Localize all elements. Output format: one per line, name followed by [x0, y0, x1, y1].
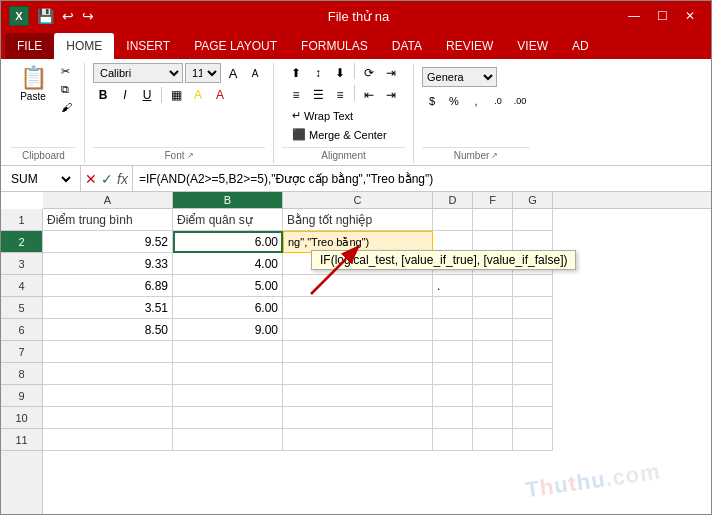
font-color-button[interactable]: A [210, 85, 230, 105]
col-header-c[interactable]: C [283, 192, 433, 208]
row-header-11[interactable]: 11 [1, 429, 42, 451]
tab-view[interactable]: VIEW [505, 33, 560, 59]
font-grow-button[interactable]: A [223, 63, 243, 83]
align-center-button[interactable]: ☰ [308, 85, 328, 105]
row-header-9[interactable]: 9 [1, 385, 42, 407]
align-right-button[interactable]: ≡ [330, 85, 350, 105]
cell-a10[interactable] [43, 407, 173, 429]
col-header-g[interactable]: G [513, 192, 553, 208]
cell-c10[interactable] [283, 407, 433, 429]
cell-d5[interactable] [433, 297, 473, 319]
col-header-a[interactable]: A [43, 192, 173, 208]
tab-formulas[interactable]: FORMULAS [289, 33, 380, 59]
cell-c11[interactable] [283, 429, 433, 451]
cell-g10[interactable] [513, 407, 553, 429]
col-header-b[interactable]: B [173, 192, 283, 208]
row-header-2[interactable]: 2 [1, 231, 42, 253]
save-button[interactable]: 💾 [35, 6, 56, 26]
cell-a1[interactable]: Điểm trung bình [43, 209, 173, 231]
cell-g7[interactable] [513, 341, 553, 363]
cell-d10[interactable] [433, 407, 473, 429]
tab-home[interactable]: HOME [54, 33, 114, 59]
close-button[interactable]: ✕ [677, 6, 703, 26]
align-left-button[interactable]: ≡ [286, 85, 306, 105]
row-header-1[interactable]: 1 [1, 209, 42, 231]
cell-d4[interactable]: . [433, 275, 473, 297]
cell-a5[interactable]: 3.51 [43, 297, 173, 319]
cell-f10[interactable] [473, 407, 513, 429]
font-shrink-button[interactable]: A [245, 63, 265, 83]
cell-c5[interactable] [283, 297, 433, 319]
cell-d9[interactable] [433, 385, 473, 407]
cell-a11[interactable] [43, 429, 173, 451]
row-header-10[interactable]: 10 [1, 407, 42, 429]
paste-button[interactable]: 📋 Paste [11, 63, 55, 106]
cell-f8[interactable] [473, 363, 513, 385]
comma-button[interactable]: , [466, 91, 486, 111]
cell-a7[interactable] [43, 341, 173, 363]
cell-b10[interactable] [173, 407, 283, 429]
cell-b2[interactable]: 6.00 [173, 231, 283, 253]
row-header-5[interactable]: 5 [1, 297, 42, 319]
cell-b3[interactable]: 4.00 [173, 253, 283, 275]
cell-a9[interactable] [43, 385, 173, 407]
formula-input[interactable] [133, 172, 711, 186]
decrease-decimal-button[interactable]: .0 [488, 91, 508, 111]
border-button[interactable]: ▦ [166, 85, 186, 105]
currency-button[interactable]: $ [422, 91, 442, 111]
name-box-select[interactable]: SUM [7, 171, 74, 187]
align-bottom-button[interactable]: ⬇ [330, 63, 350, 83]
cell-f5[interactable] [473, 297, 513, 319]
fill-color-button[interactable]: A [188, 85, 208, 105]
cell-b9[interactable] [173, 385, 283, 407]
cell-d11[interactable] [433, 429, 473, 451]
cell-d8[interactable] [433, 363, 473, 385]
cell-a3[interactable]: 9.33 [43, 253, 173, 275]
indent-button[interactable]: ⇥ [381, 63, 401, 83]
cell-g11[interactable] [513, 429, 553, 451]
cell-c7[interactable] [283, 341, 433, 363]
italic-button[interactable]: I [115, 85, 135, 105]
cell-g6[interactable] [513, 319, 553, 341]
cell-b8[interactable] [173, 363, 283, 385]
font-size-select[interactable]: 11 [185, 63, 221, 83]
redo-button[interactable]: ↪ [80, 6, 96, 26]
cell-f11[interactable] [473, 429, 513, 451]
cell-b7[interactable] [173, 341, 283, 363]
cell-c6[interactable] [283, 319, 433, 341]
cell-d7[interactable] [433, 341, 473, 363]
minimize-button[interactable]: — [621, 6, 647, 26]
cell-b11[interactable] [173, 429, 283, 451]
tab-insert[interactable]: INSERT [114, 33, 182, 59]
cell-b4[interactable]: 5.00 [173, 275, 283, 297]
row-header-3[interactable]: 3 [1, 253, 42, 275]
bold-button[interactable]: B [93, 85, 113, 105]
wrap-text-button[interactable]: ↵ Wrap Text [286, 107, 359, 124]
merge-center-button[interactable]: ⬛ Merge & Center [286, 126, 393, 143]
row-header-4[interactable]: 4 [1, 275, 42, 297]
cell-d1[interactable] [433, 209, 473, 231]
cell-b6[interactable]: 9.00 [173, 319, 283, 341]
number-format-select[interactable]: Genera General Number Currency Date [422, 67, 497, 87]
cut-button[interactable]: ✂ [57, 63, 76, 80]
font-name-select[interactable]: Calibri [93, 63, 183, 83]
name-box[interactable]: SUM [1, 166, 81, 191]
row-header-7[interactable]: 7 [1, 341, 42, 363]
tab-review[interactable]: REVIEW [434, 33, 505, 59]
cell-c9[interactable] [283, 385, 433, 407]
increase-indent-button[interactable]: ⇥ [381, 85, 401, 105]
cell-g9[interactable] [513, 385, 553, 407]
decrease-indent-button[interactable]: ⇤ [359, 85, 379, 105]
cell-f1[interactable] [473, 209, 513, 231]
cell-b1[interactable]: Điểm quân sự [173, 209, 283, 231]
copy-button[interactable]: ⧉ [57, 81, 76, 98]
cell-f9[interactable] [473, 385, 513, 407]
row-header-8[interactable]: 8 [1, 363, 42, 385]
cell-f7[interactable] [473, 341, 513, 363]
cell-b5[interactable]: 6.00 [173, 297, 283, 319]
underline-button[interactable]: U [137, 85, 157, 105]
tab-ad[interactable]: AD [560, 33, 601, 59]
cell-a2[interactable]: 9.52 [43, 231, 173, 253]
cell-a4[interactable]: 6.89 [43, 275, 173, 297]
col-header-f[interactable]: F [473, 192, 513, 208]
